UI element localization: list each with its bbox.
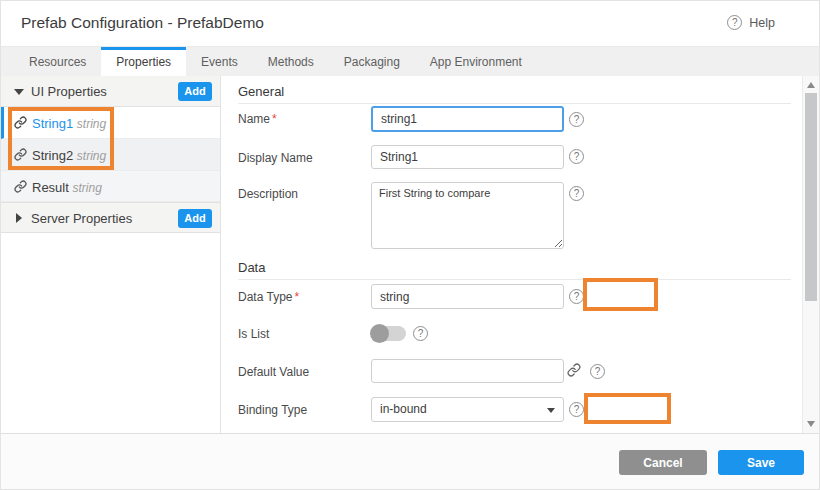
help-link[interactable]: ? Help <box>727 15 775 30</box>
description-label: Description <box>238 187 298 201</box>
required-marker: * <box>294 290 299 304</box>
display-name-help-icon[interactable]: ? <box>569 149 584 164</box>
scroll-up-arrow[interactable] <box>807 82 815 88</box>
help-icon: ? <box>727 15 742 30</box>
name-label: Name* <box>238 112 277 126</box>
chevron-right-icon <box>16 213 22 223</box>
save-button[interactable]: Save <box>718 450 804 475</box>
name-input[interactable] <box>371 106 564 132</box>
display-name-label: Display Name <box>238 151 313 165</box>
prefab-configuration-dialog: Prefab Configuration - PrefabDemo ? Help… <box>0 0 820 490</box>
default-value-input[interactable] <box>371 359 564 383</box>
tab-resources[interactable]: Resources <box>14 47 101 76</box>
property-type: string <box>77 117 106 131</box>
tab-bar: Resources Properties Events Methods Pack… <box>1 46 819 76</box>
toggle-knob <box>370 324 389 343</box>
display-name-input[interactable] <box>371 145 564 169</box>
is-list-help-icon[interactable]: ? <box>413 326 428 341</box>
scroll-down-arrow[interactable] <box>807 421 815 427</box>
description-help-icon[interactable]: ? <box>569 186 584 201</box>
property-name: Result string <box>32 180 102 195</box>
property-name: String2 string <box>32 148 106 163</box>
tab-methods[interactable]: Methods <box>253 47 329 76</box>
name-help-icon[interactable]: ? <box>569 112 584 127</box>
cancel-button[interactable]: Cancel <box>619 450 707 475</box>
property-type: string <box>72 181 101 195</box>
properties-sidebar: UI Properties Add String1 string String2… <box>1 76 221 433</box>
dialog-footer: Cancel Save <box>1 433 819 490</box>
link-icon <box>14 180 27 193</box>
server-properties-label: Server Properties <box>31 211 132 226</box>
data-type-input[interactable] <box>371 284 564 309</box>
sidebar-item-string2[interactable]: String2 string <box>1 139 220 171</box>
ui-properties-header[interactable]: UI Properties Add <box>1 76 220 107</box>
link-icon <box>14 148 27 161</box>
binding-type-help-icon[interactable]: ? <box>569 402 584 417</box>
chevron-down-icon <box>14 89 24 95</box>
binding-type-value: in-bound <box>380 402 427 416</box>
default-value-help-icon[interactable]: ? <box>590 364 605 379</box>
sidebar-item-result[interactable]: Result string <box>1 171 220 202</box>
tab-packaging[interactable]: Packaging <box>329 47 415 76</box>
sidebar-item-string1[interactable]: String1 string <box>1 107 220 139</box>
description-textarea[interactable]: First String to compare <box>371 182 564 249</box>
ui-properties-label: UI Properties <box>31 84 107 99</box>
dropdown-caret-icon <box>547 408 555 413</box>
tab-properties[interactable]: Properties <box>101 47 186 76</box>
is-list-toggle[interactable] <box>371 326 406 341</box>
section-general: General <box>238 84 791 104</box>
is-list-label: Is List <box>238 327 269 341</box>
link-icon <box>14 116 27 129</box>
property-form: General Name* ? Display Name ? Descripti… <box>221 76 820 433</box>
binding-type-select[interactable]: in-bound <box>371 397 564 422</box>
property-name: String1 string <box>32 116 106 131</box>
add-server-property-button[interactable]: Add <box>178 209 212 228</box>
section-data: Data <box>238 260 791 280</box>
vertical-scrollbar <box>802 76 819 433</box>
scrollbar-thumb[interactable] <box>805 93 817 301</box>
default-value-label: Default Value <box>238 365 309 379</box>
binding-type-label: Binding Type <box>238 403 307 417</box>
property-type: string <box>77 149 106 163</box>
dialog-title: Prefab Configuration - PrefabDemo <box>21 14 264 32</box>
tab-events[interactable]: Events <box>186 47 253 76</box>
tab-app-environment[interactable]: App Environment <box>415 47 537 76</box>
data-type-help-icon[interactable]: ? <box>569 289 584 304</box>
server-properties-header[interactable]: Server Properties Add <box>1 202 220 233</box>
data-type-label: Data Type* <box>238 290 299 304</box>
required-marker: * <box>272 112 277 126</box>
bind-link-icon[interactable] <box>567 363 581 377</box>
add-ui-property-button[interactable]: Add <box>178 82 212 101</box>
help-label: Help <box>749 16 775 30</box>
title-bar: Prefab Configuration - PrefabDemo ? Help <box>1 1 819 46</box>
